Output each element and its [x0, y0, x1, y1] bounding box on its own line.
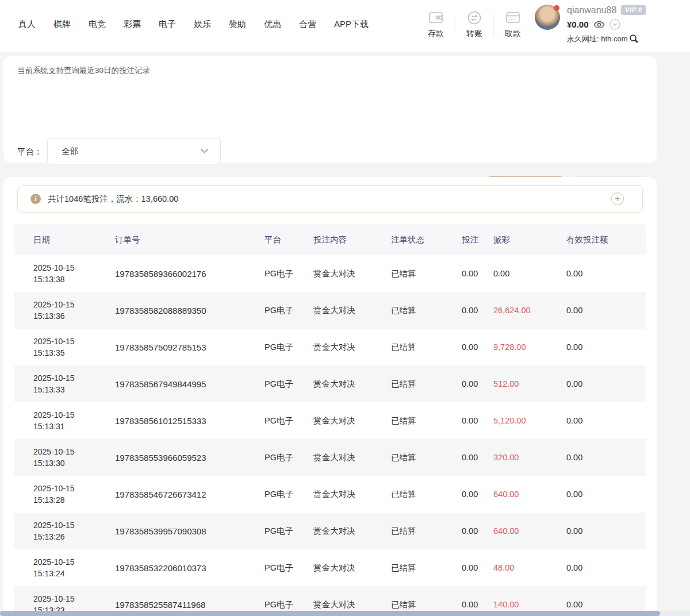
cell-valid-bet: 0.00 [566, 526, 646, 536]
bet-date: 2025-10-15 [33, 372, 112, 384]
cell-date: 2025-10-15 15:13:30 [14, 446, 115, 469]
main-nav: 育真人棋牌电竞彩票电子娱乐赞助优惠合营APP下载 [0, 19, 369, 30]
cell-bet-content: 赏金大对决 [313, 526, 391, 537]
bet-date: 2025-10-15 [33, 336, 112, 347]
nav-item-3[interactable]: 电竞 [89, 19, 106, 30]
cell-platform: PG电子 [264, 563, 313, 573]
table-row: 2025-10-15 15:13:38 1978358589366002176 … [14, 255, 646, 292]
cell-order-number: 1978358539957090308 [115, 526, 264, 536]
magnifier-icon[interactable] [629, 34, 639, 44]
plus-circle-icon[interactable]: + [611, 192, 624, 205]
cell-valid-bet: 0.00 [566, 490, 646, 499]
nav-item-5[interactable]: 电子 [159, 19, 176, 30]
table-body: 2025-10-15 15:13:38 1978358589366002176 … [14, 255, 646, 616]
bet-date: 2025-10-15 [33, 519, 112, 531]
withdraw-button[interactable]: 取款 [494, 10, 531, 39]
cell-date: 2025-10-15 15:13:35 [14, 336, 115, 359]
table-row: 2025-10-15 15:13:33 1978358567949844995 … [14, 365, 646, 402]
nav-item-9[interactable]: 合营 [299, 19, 316, 30]
cell-date: 2025-10-15 15:13:31 [14, 409, 115, 432]
cell-platform: PG电子 [264, 415, 313, 426]
cell-bet-content: 赏金大对决 [313, 342, 391, 353]
bet-records-table: 日期 订单号 平台 投注内容 注单状态 投注 派彩 有效投注额 2025-10-… [14, 224, 646, 616]
table-row: 2025-10-15 15:13:26 1978358539957090308 … [14, 513, 646, 549]
nav-item-0[interactable]: 育 [0, 19, 1, 30]
user-info: qianwanu88 VIP 0 ¥0.00 [567, 5, 646, 44]
cell-valid-bet: 0.00 [566, 306, 646, 315]
cell-valid-bet: 0.00 [566, 342, 646, 352]
cell-payout: 140.00 [493, 600, 566, 609]
cell-order-number: 1978358525587411968 [115, 600, 264, 610]
cell-valid-bet: 0.00 [566, 416, 646, 425]
horizontal-scrollbar-thumb[interactable] [0, 611, 660, 616]
bet-time: 15:13:33 [33, 384, 112, 395]
horizontal-scrollbar [0, 611, 690, 616]
cell-order-number: 1978358589366002176 [115, 269, 264, 279]
bank-card-icon [505, 10, 521, 25]
cell-date: 2025-10-15 15:13:26 [14, 519, 115, 542]
bet-time: 15:13:26 [33, 531, 112, 542]
username: qianwanu88 [567, 6, 616, 15]
wallet-actions: 存款 转账 取款 [417, 7, 531, 42]
deposit-button[interactable]: 存款 [417, 10, 454, 39]
cell-date: 2025-10-15 15:13:38 [14, 262, 115, 285]
header-platform: 平台 [264, 234, 313, 245]
cell-payout: 512.00 [493, 379, 566, 388]
cell-date: 2025-10-15 15:13:33 [14, 372, 115, 395]
cell-platform: PG电子 [264, 268, 313, 279]
cell-payout: 9,728.00 [493, 342, 566, 352]
nav-item-6[interactable]: 娱乐 [194, 19, 211, 30]
balance-amount: ¥0.00 [567, 20, 589, 29]
cell-bet-content: 赏金大对决 [313, 452, 391, 463]
cell-bet: 0.00 [462, 453, 493, 462]
cell-valid-bet: 0.00 [566, 600, 646, 609]
cell-status: 已结算 [391, 305, 462, 316]
withdraw-label: 取款 [505, 29, 521, 39]
cell-valid-bet: 0.00 [566, 269, 646, 278]
cell-status: 已结算 [391, 342, 462, 353]
cell-bet: 0.00 [462, 269, 493, 278]
filter-panel: 当前系统支持查询最近30日的投注记录 平台： 全部 日期： 2025-09-16… [3, 56, 657, 163]
nav-item-2[interactable]: 棋牌 [53, 19, 71, 30]
table-row: 2025-10-15 15:13:31 1978358561012515333 … [14, 402, 646, 439]
cell-bet: 0.00 [462, 600, 493, 609]
summary-bar: i 共计1046笔投注，流水：13,660.00 + [17, 185, 643, 213]
cell-payout: 0.00 [493, 269, 566, 278]
nav-item-7[interactable]: 赞助 [229, 19, 246, 30]
transfer-button[interactable]: 转账 [456, 10, 493, 39]
bet-date: 2025-10-15 [33, 446, 112, 457]
table-row: 2025-10-15 15:13:35 1978358575092785153 … [14, 329, 646, 365]
cell-valid-bet: 0.00 [566, 563, 646, 572]
cell-bet: 0.00 [462, 526, 493, 536]
table-row: 2025-10-15 15:13:30 1978358553966059523 … [14, 439, 646, 476]
bet-date: 2025-10-15 [33, 409, 112, 421]
vip-badge: VIP 0 [621, 5, 646, 15]
platform-select[interactable]: 全部 [47, 138, 221, 164]
wallet-icon [428, 10, 444, 25]
nav-item-8[interactable]: 优惠 [264, 19, 281, 30]
cell-payout: 640.00 [493, 526, 566, 536]
header-date: 日期 [14, 234, 115, 245]
bet-time: 15:13:28 [33, 494, 112, 506]
cell-platform: PG电子 [264, 526, 313, 537]
chevron-down-circle-icon[interactable] [610, 19, 620, 30]
cell-order-number: 1978358546726673412 [115, 490, 264, 499]
eye-icon[interactable] [593, 21, 605, 29]
nav-item-10[interactable]: APP下载 [334, 19, 369, 30]
cell-payout: 26,624.00 [493, 306, 566, 315]
nav-item-1[interactable]: 真人 [18, 19, 36, 30]
header-valid-bet: 有效投注额 [566, 234, 646, 245]
bet-time: 15:13:31 [33, 421, 112, 432]
cell-date: 2025-10-15 15:13:28 [14, 483, 115, 506]
cell-date: 2025-10-15 15:13:36 [14, 299, 115, 322]
platform-label: 平台： [17, 147, 43, 157]
cell-order-number: 1978358532206010373 [115, 563, 264, 573]
header-bet-content: 投注内容 [313, 234, 391, 245]
cell-platform: PG电子 [264, 379, 313, 390]
table-row: 2025-10-15 15:13:28 1978358546726673412 … [14, 476, 646, 513]
table-header-row: 日期 订单号 平台 投注内容 注单状态 投注 派彩 有效投注额 [14, 224, 646, 255]
avatar[interactable] [535, 5, 560, 30]
cell-bet-content: 赏金大对决 [313, 268, 391, 279]
nav-item-4[interactable]: 彩票 [124, 19, 141, 30]
cell-order-number: 1978358575092785153 [115, 342, 264, 352]
